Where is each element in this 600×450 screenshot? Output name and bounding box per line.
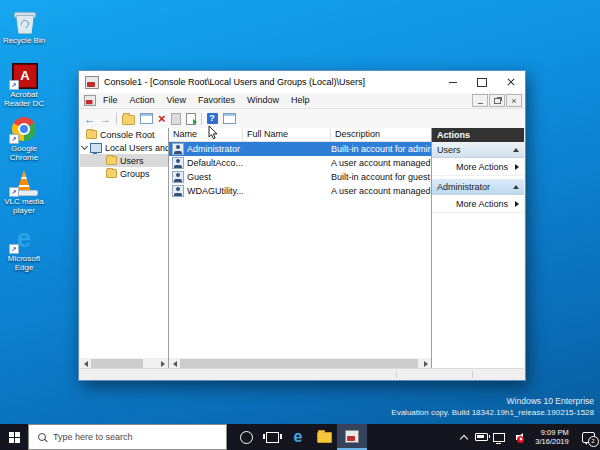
desktop-icon-microsoft-edge[interactable]: e ↗ Microsoft Edge [1, 226, 47, 272]
recycle-bin-icon [11, 8, 37, 34]
actions-section-label: Administrator [437, 182, 490, 192]
close-button[interactable] [496, 71, 525, 93]
tray-volume-muted[interactable] [508, 435, 528, 440]
tray-show-hidden-icons[interactable] [456, 433, 472, 442]
action-center-button[interactable]: 2 [576, 432, 600, 443]
folder-icon [106, 169, 117, 178]
tree-item-users[interactable]: Users [80, 154, 168, 167]
desktop-icon-recycle-bin[interactable]: Recycle Bin [1, 8, 47, 45]
user-description: Built-in account for administering... [331, 144, 431, 154]
menu-view[interactable]: View [161, 93, 192, 108]
user-icon [172, 157, 184, 169]
taskbar-search[interactable]: Type here to search [28, 424, 227, 450]
more-actions-users[interactable]: More Actions [432, 158, 524, 176]
mute-badge-icon [517, 436, 524, 443]
tray-clock[interactable]: 9:09 PM 3/16/2019 [528, 428, 576, 446]
task-view-button[interactable] [259, 424, 285, 450]
collapse-icon[interactable] [513, 185, 519, 189]
start-button[interactable] [0, 424, 28, 450]
column-header-full-name[interactable]: Full Name [243, 128, 331, 141]
evaluation-watermark: Windows 10 Enterprise Evaluation copy. B… [391, 396, 594, 418]
menu-help[interactable]: Help [285, 93, 316, 108]
minimize-button[interactable] [438, 71, 467, 93]
clock-time: 9:09 PM [535, 428, 568, 437]
console-window-icon[interactable] [140, 113, 153, 124]
tree-item-label: Local Users and Gro [105, 143, 168, 153]
user-icon [172, 185, 184, 197]
shortcut-arrow-icon: ↗ [9, 134, 19, 144]
menu-file[interactable]: File [97, 93, 124, 108]
user-description: A user account managed and use... [331, 186, 431, 196]
watermark-build: Evaluation copy. Build 18342.19h1_releas… [391, 407, 594, 418]
folder-icon [86, 130, 97, 139]
help-icon[interactable]: ? [207, 113, 218, 124]
taskbar-edge-button[interactable]: e [285, 424, 311, 450]
snapin-icon [90, 143, 102, 153]
desktop-icon-acrobat-reader[interactable]: A ↗ Acrobat Reader DC [1, 62, 47, 108]
properties-icon[interactable] [171, 113, 181, 125]
desktop-icon-label: Acrobat Reader DC [1, 90, 47, 108]
actions-section-administrator[interactable]: Administrator [432, 179, 524, 195]
desktop-icon-vlc[interactable]: ↗ VLC media player [1, 169, 47, 215]
delete-icon[interactable]: × [158, 112, 166, 126]
taskbar-mmc-button-active[interactable] [337, 424, 367, 450]
more-actions-label: More Actions [456, 199, 508, 209]
tree-item-local-users-groups[interactable]: Local Users and Gro [80, 141, 168, 154]
actions-section-label: Users [437, 145, 461, 155]
notification-badge: 2 [588, 436, 599, 447]
desktop-icon-label: Google Chrome [1, 144, 47, 162]
mmc-taskbar-icon [345, 430, 359, 443]
tree-item-label: Users [120, 156, 144, 166]
user-row-guest[interactable]: Guest Built-in account for guest access … [169, 170, 431, 184]
expanded-chevron-icon[interactable] [81, 143, 88, 150]
collapse-icon[interactable] [513, 148, 519, 152]
child-restore-button[interactable] [489, 94, 505, 107]
more-actions-label: More Actions [456, 162, 508, 172]
mmc-app-icon [85, 76, 99, 89]
maximize-button[interactable] [467, 71, 496, 93]
actions-section-users[interactable]: Users [432, 142, 524, 158]
toolbar: ← → × ? [79, 109, 525, 129]
user-name: Guest [187, 172, 211, 182]
show-console-tree-icon[interactable] [122, 115, 135, 125]
submenu-arrow-icon [515, 164, 519, 170]
desktop-icon-google-chrome[interactable]: ↗ Google Chrome [1, 116, 47, 162]
scrollbar-thumb[interactable] [91, 359, 143, 368]
tray-network[interactable] [490, 433, 508, 442]
windows-logo-icon [9, 432, 20, 443]
menu-favorites[interactable]: Favorites [192, 93, 241, 108]
watermark-edition: Windows 10 Enterprise [391, 396, 594, 407]
user-row-wdagutility[interactable]: WDAGUtility... A user account managed an… [169, 184, 431, 198]
forward-icon[interactable]: → [100, 112, 111, 126]
more-actions-administrator[interactable]: More Actions [432, 195, 524, 213]
tray-battery[interactable] [472, 433, 490, 441]
shortcut-arrow-icon: ↗ [9, 80, 19, 90]
column-header-description[interactable]: Description [331, 128, 431, 141]
taskbar-explorer-button[interactable] [311, 424, 337, 450]
battery-icon [475, 433, 488, 441]
back-icon[interactable]: ← [84, 112, 95, 126]
menu-window[interactable]: Window [241, 93, 285, 108]
scrollbar-thumb[interactable] [180, 359, 418, 368]
tree-item-groups[interactable]: Groups [80, 167, 168, 180]
show-action-pane-icon[interactable] [223, 113, 236, 124]
menu-action[interactable]: Action [124, 93, 161, 108]
child-close-button[interactable] [506, 94, 522, 107]
search-placeholder: Type here to search [53, 432, 133, 442]
window-titlebar[interactable]: Console1 - [Console Root\Local Users and… [79, 71, 525, 93]
shortcut-arrow-icon: ↗ [9, 244, 19, 254]
user-description: A user account managed by the s... [331, 158, 431, 168]
user-row-administrator[interactable]: Administrator Built-in account for admin… [169, 142, 431, 156]
user-list-pane: Name Full Name Description Administrator… [169, 128, 432, 369]
export-list-icon[interactable] [186, 113, 196, 125]
user-name: Administrator [187, 144, 240, 154]
cortana-button[interactable] [233, 424, 259, 450]
tree-item-console-root[interactable]: Console Root [80, 128, 168, 141]
google-chrome-icon: ↗ [11, 116, 37, 142]
submenu-arrow-icon [515, 201, 519, 207]
child-minimize-button[interactable] [472, 94, 488, 107]
user-row-defaultaccount[interactable]: DefaultAcco... A user account managed by… [169, 156, 431, 170]
console-tree-pane: Console Root Local Users and Gro Users G… [80, 128, 169, 369]
column-header-name[interactable]: Name [169, 128, 243, 141]
clock-date: 3/16/2019 [535, 437, 568, 446]
